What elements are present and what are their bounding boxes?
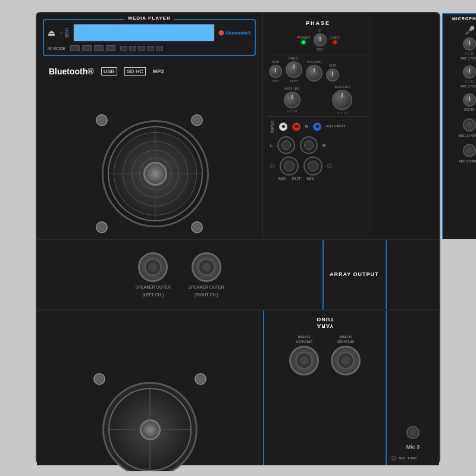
bottom-fan-grill — [108, 388, 192, 471]
eq-button-5[interactable] — [156, 46, 163, 51]
mp3bt-knob-group: MP3 / BT 0510 — [284, 87, 300, 113]
mic1-input-port[interactable] — [463, 118, 476, 131]
mix-dot-r — [327, 164, 332, 168]
bottom-fan-outer — [102, 382, 198, 471]
zero-knob-group: 0° 180° — [314, 29, 327, 51]
bottom-mix-row: MIX TUNC — [392, 456, 434, 461]
echo-knob[interactable] — [463, 93, 476, 107]
bottom-speaker-left-group: SPEAKEROUTER — [331, 334, 361, 375]
freq-knob-group: FREQ. 160Hz — [286, 57, 302, 83]
bottom-screw-tl — [93, 373, 105, 385]
top-section: MEDIA PLAYER ⏏ USB↕ 🔴 Bluetooth® IR MODE — [37, 13, 439, 239]
mp-top-row: ⏏ USB↕ 🔴 Bluetooth® — [48, 24, 251, 42]
mic2-input-port[interactable] — [463, 144, 476, 157]
r-label: R — [305, 124, 308, 129]
eq-button-4[interactable] — [147, 46, 154, 51]
fan-outer — [102, 120, 209, 227]
mic1-vol-label: MIC 1 VOL — [461, 57, 476, 61]
bottom-screw-tr — [195, 373, 206, 385]
mix-label-l: MIX — [278, 177, 286, 181]
xlr-port-l[interactable] — [280, 156, 299, 176]
bottom-speaker-right-group: SPEAKEROUTER — [289, 334, 319, 375]
sub-knob-group: SUB 40Hz — [269, 60, 282, 83]
master-label: MASTER — [335, 85, 350, 89]
bluetooth-badge: 🔴 Bluetooth® — [218, 30, 251, 36]
media-player-box: MEDIA PLAYER ⏏ USB↕ 🔴 Bluetooth® IR MODE — [43, 19, 256, 56]
loop-button[interactable] — [94, 45, 104, 51]
bottom-mix-dot — [392, 456, 396, 461]
sd-logo: SD HC — [124, 67, 146, 76]
phase-title: PHASE — [271, 20, 365, 26]
eq-button-2[interactable] — [129, 46, 136, 51]
freq-label: FREQ. — [289, 57, 299, 60]
bottom-right: SPEAKEROUTER SPEAKEROUTER YARATUNO — [263, 311, 386, 465]
speaker-outer-left-port[interactable] — [138, 252, 168, 282]
device: MEDIA PLAYER ⏏ USB↕ 🔴 Bluetooth® IR MODE — [36, 12, 440, 464]
mp3-logo: MP3 — [153, 68, 164, 74]
eq-button-3[interactable] — [138, 46, 145, 51]
prev-track-button[interactable] — [70, 45, 80, 51]
logos-row: Bluetooth® USB SD HC MP3 — [43, 62, 256, 81]
ir-mode-label: IR MODE — [48, 46, 65, 51]
mic1-scale: 0510 — [465, 52, 474, 55]
bottom-speaker-left-port[interactable] — [331, 346, 361, 375]
sub-label-left: SUB — [272, 60, 279, 64]
mic3-port[interactable] — [406, 426, 419, 439]
fan-center — [143, 162, 167, 186]
mix-label-r: MIX — [306, 177, 314, 181]
mic-section-title: MICROPHONE — [446, 17, 476, 23]
speaker-outer-right-ch: (RIGHT CH.) — [195, 292, 218, 298]
sub-knob-r[interactable] — [326, 68, 339, 82]
bottom-fan-center — [140, 419, 161, 440]
bottom-left — [37, 311, 263, 465]
play-button[interactable] — [106, 45, 115, 51]
ts-port-l[interactable] — [277, 136, 295, 154]
out-label: OUT — [292, 177, 300, 181]
rca-white-port[interactable] — [279, 123, 287, 131]
ts-port-r[interactable] — [300, 136, 318, 154]
ts-jacks-row: L R — [270, 136, 366, 154]
mic3-label: Mic 3 — [406, 444, 420, 450]
bottom-speaker-right-label: SPEAKEROUTER — [296, 334, 312, 343]
bluetooth-logo: Bluetooth® — [49, 67, 94, 76]
bottom-mic-section: Mic 3 MIX TUNC — [386, 311, 439, 465]
freq-knob[interactable] — [286, 61, 302, 78]
array-right: ARRAY OUTPUT — [322, 240, 386, 309]
mic1-vol-knob[interactable] — [463, 37, 476, 51]
mic2-vol-knob[interactable] — [463, 65, 476, 79]
mic-section: MICROPHONE 🎤 0510 MIC 1 VOL 0510 MIC 2 V… — [442, 13, 476, 239]
sub-knob-group-r: SUB — [326, 64, 339, 83]
vol-knob[interactable] — [306, 65, 322, 82]
sub-label-right: SUB — [329, 64, 336, 67]
echo-group: ECHO — [446, 93, 476, 112]
r-jack-label: R — [322, 143, 325, 148]
power-led — [302, 40, 305, 44]
mic1-input-group: MIC 1 INPUT — [446, 117, 476, 138]
master-knob[interactable] — [332, 90, 352, 110]
rca-red-port[interactable] — [292, 123, 300, 131]
next-track-button[interactable] — [82, 45, 92, 51]
zero-knob[interactable] — [314, 33, 327, 46]
rca-row: INPUT R AUX INPUT — [270, 120, 366, 133]
vol-label: VOLUME — [306, 60, 321, 64]
speaker-outer-left-inner — [145, 259, 161, 275]
speaker-outer-right-inner — [198, 259, 215, 275]
aux-input-port[interactable] — [313, 123, 321, 131]
mic3-area: Mic 3 — [392, 425, 434, 451]
bottom-speaker-right-port[interactable] — [289, 346, 319, 375]
mic-icon: 🎤 — [446, 26, 476, 35]
bottom-mix-label: MIX — [399, 456, 405, 460]
top-right-wrapper: PHASE POWER 0° 180° LIMIT — [263, 13, 439, 237]
eq-button-1[interactable] — [120, 46, 127, 51]
xlr-port-r[interactable] — [303, 156, 322, 176]
sub-knob[interactable] — [269, 65, 282, 78]
speaker-outer-right-port[interactable] — [192, 252, 221, 282]
array-output-title: ARRAY OUTPUT — [330, 271, 380, 278]
usb-label: USB↕ — [59, 28, 70, 37]
main-right: PHASE POWER 0° 180° LIMIT — [263, 13, 373, 239]
fan-grill — [108, 126, 203, 221]
mic1-vol-group: 0510 MIC 1 VOL — [446, 37, 476, 61]
aux-input-label: AUX INPUT — [326, 124, 345, 129]
input-icon: ⏏ — [48, 28, 55, 37]
mp3bt-knob[interactable] — [284, 92, 300, 108]
